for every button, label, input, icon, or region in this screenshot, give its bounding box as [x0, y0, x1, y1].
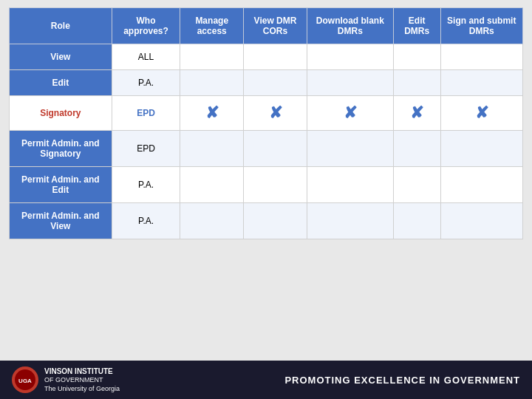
cell-role: Signatory — [10, 96, 112, 131]
cell-who-approves: P.A. — [112, 203, 180, 239]
footer-logo: UGA VINSON INSTITUTE OF GOVERNMENT The U… — [12, 366, 120, 393]
cell-manage-access — [180, 131, 244, 167]
footer-logo-text: VINSON INSTITUTE OF GOVERNMENT The Unive… — [44, 366, 120, 393]
cell-who-approves: P.A. — [112, 70, 180, 96]
cell-sign-submit-dmrs — [440, 44, 522, 70]
col-sign-submit-dmrs: Sign and submit DMRs — [440, 8, 522, 44]
svg-text:UGA: UGA — [18, 378, 32, 384]
table-row: SignatoryEPD✘✘✘✘✘ — [10, 96, 523, 131]
cell-edit-dmrs — [393, 203, 440, 239]
col-view-dmr-cors: View DMR CORs — [244, 8, 307, 44]
col-download-blank-dmrs: Download blank DMRs — [307, 8, 393, 44]
checkmark-icon: ✘ — [475, 103, 488, 123]
cell-sign-submit-dmrs — [440, 70, 522, 96]
col-edit-dmrs: Edit DMRs — [393, 8, 440, 44]
permissions-table: Role Who approves? Manage access View DM… — [9, 7, 523, 239]
checkmark-icon: ✘ — [410, 103, 423, 123]
cell-role: Permit Admin. and Signatory — [10, 131, 112, 167]
table-row: EditP.A. — [10, 70, 523, 96]
cell-sign-submit-dmrs — [440, 203, 522, 239]
col-who-approves: Who approves? — [112, 8, 180, 44]
cell-role: View — [10, 44, 112, 70]
cell-view-dmr-cors — [244, 167, 307, 203]
cell-who-approves: EPD — [112, 96, 180, 131]
cell-edit-dmrs: ✘ — [393, 96, 440, 131]
cell-role: Permit Admin. and View — [10, 203, 112, 239]
table-row: ViewALL — [10, 44, 523, 70]
footer-tagline: PROMOTING EXCELLENCE IN GOVERNMENT — [284, 375, 520, 386]
logo-circle: UGA — [12, 366, 38, 393]
cell-edit-dmrs — [393, 131, 440, 167]
cell-view-dmr-cors — [244, 70, 307, 96]
cell-edit-dmrs — [393, 44, 440, 70]
checkmark-icon: ✘ — [269, 103, 282, 123]
checkmark-icon: ✘ — [344, 103, 357, 123]
cell-role: Edit — [10, 70, 112, 96]
cell-edit-dmrs — [393, 70, 440, 96]
col-role: Role — [10, 8, 112, 44]
cell-sign-submit-dmrs: ✘ — [440, 96, 522, 131]
cell-manage-access: ✘ — [180, 96, 244, 131]
cell-who-approves: P.A. — [112, 167, 180, 203]
cell-download-blank-dmrs — [307, 203, 393, 239]
cell-view-dmr-cors — [244, 44, 307, 70]
cell-view-dmr-cors — [244, 131, 307, 167]
cell-who-approves: ALL — [112, 44, 180, 70]
cell-download-blank-dmrs — [307, 70, 393, 96]
cell-manage-access — [180, 167, 244, 203]
cell-manage-access — [180, 203, 244, 239]
cell-view-dmr-cors: ✘ — [244, 96, 307, 131]
cell-who-approves: EPD — [112, 131, 180, 167]
table-row: Permit Admin. and ViewP.A. — [10, 203, 523, 239]
cell-manage-access — [180, 70, 244, 96]
cell-edit-dmrs — [393, 167, 440, 203]
checkmark-icon: ✘ — [205, 103, 219, 123]
cell-manage-access — [180, 44, 244, 70]
table-row: Permit Admin. and SignatoryEPD — [10, 131, 523, 167]
cell-view-dmr-cors — [244, 203, 307, 239]
cell-sign-submit-dmrs — [440, 167, 522, 203]
col-manage-access: Manage access — [180, 8, 244, 44]
table-row: Permit Admin. and EditP.A. — [10, 167, 523, 203]
cell-download-blank-dmrs — [307, 44, 393, 70]
main-content: Role Who approves? Manage access View DM… — [0, 0, 532, 361]
footer: UGA VINSON INSTITUTE OF GOVERNMENT The U… — [0, 361, 532, 399]
cell-sign-submit-dmrs — [440, 131, 522, 167]
cell-download-blank-dmrs — [307, 167, 393, 203]
cell-download-blank-dmrs — [307, 131, 393, 167]
cell-download-blank-dmrs: ✘ — [307, 96, 393, 131]
cell-role: Permit Admin. and Edit — [10, 167, 112, 203]
